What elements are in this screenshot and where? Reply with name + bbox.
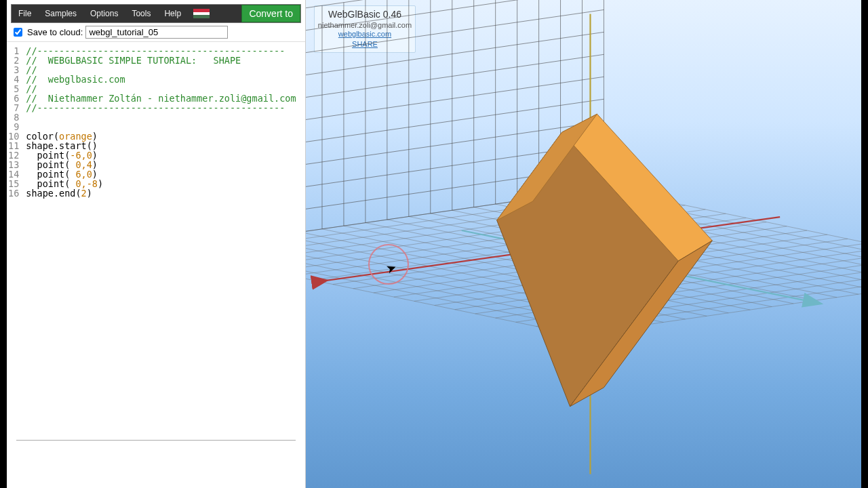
- menu-help[interactable]: Help: [157, 5, 188, 22]
- filename-input[interactable]: [85, 26, 228, 39]
- svg-line-69: [306, 54, 604, 117]
- shape-kite: [497, 114, 713, 406]
- editor-pane: File Samples Options Tools Help Convert …: [7, 0, 306, 488]
- save-cloud-checkbox[interactable]: [14, 28, 22, 37]
- flag-icon[interactable]: [193, 9, 210, 18]
- code-lines[interactable]: //--------------------------------------…: [23, 42, 298, 440]
- cloud-row: Save to cloud:: [7, 24, 305, 41]
- menu-tools[interactable]: Tools: [125, 5, 157, 22]
- svg-line-71: [306, 9, 604, 72]
- menu-samples[interactable]: Samples: [38, 5, 83, 22]
- save-cloud-label: Save to cloud:: [27, 27, 83, 37]
- svg-line-72: [306, 0, 604, 49]
- code-gutter: 12345678910111213141516: [7, 42, 23, 440]
- viewport-3d[interactable]: WebGlBasic 0.46 niethammer.zoli@gmail.co…: [306, 0, 861, 488]
- code-editor[interactable]: 12345678910111213141516 //--------------…: [7, 41, 305, 440]
- menu-file[interactable]: File: [12, 5, 38, 22]
- convert-button[interactable]: Convert to: [241, 5, 300, 22]
- svg-line-73: [306, 0, 604, 27]
- svg-line-70: [306, 32, 604, 94]
- menubar: File Samples Options Tools Help Convert …: [11, 4, 301, 23]
- svg-line-68: [306, 77, 604, 139]
- menu-options[interactable]: Options: [83, 5, 125, 22]
